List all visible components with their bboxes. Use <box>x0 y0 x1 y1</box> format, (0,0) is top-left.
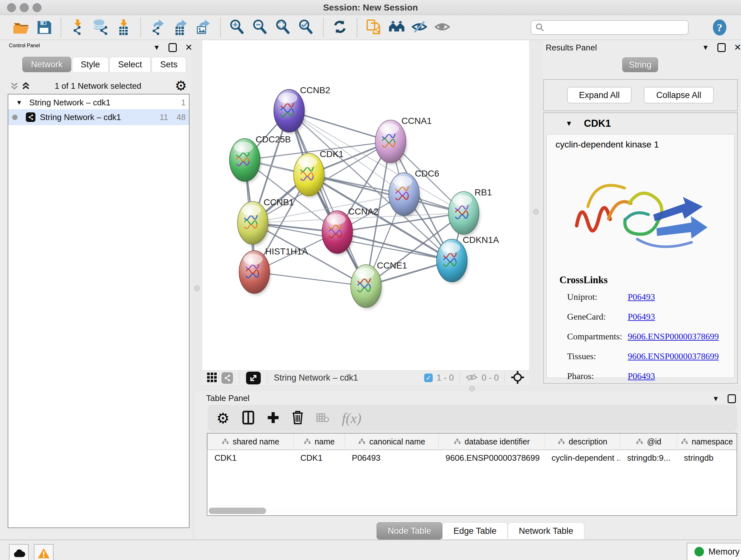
results-collapse-icon[interactable]: ▼ <box>702 44 709 52</box>
save-session-button[interactable] <box>35 18 53 37</box>
column-header-name[interactable]: name <box>293 434 345 449</box>
function-builder-icon[interactable]: f(x) <box>342 410 361 427</box>
scrollbar-thumb[interactable] <box>209 508 266 514</box>
expand-all-button[interactable]: Expand All <box>567 87 631 104</box>
import-table-disabled-icon[interactable] <box>316 413 329 424</box>
crosslink-label: GeneCard: <box>547 312 628 322</box>
column-header-namespace[interactable]: namespace <box>677 434 737 449</box>
crosslink-link[interactable]: 9606.ENSP00000378699 <box>628 351 719 361</box>
network-collection-row[interactable]: ▼ String Network – cdk1 1 <box>8 95 189 109</box>
selected-nodes-checkbox[interactable]: ✓ <box>424 374 433 382</box>
search-input[interactable] <box>545 22 684 33</box>
fit-selected-crosshair-icon[interactable] <box>511 370 525 386</box>
memory-button[interactable]: Memory <box>687 543 741 560</box>
tab-style[interactable]: Style <box>72 57 109 72</box>
column-header-description[interactable]: description <box>545 434 620 449</box>
table-settings-gear-icon[interactable]: ⚙ <box>216 410 229 427</box>
table-cell[interactable]: stringdb:9... <box>620 453 677 463</box>
results-close-icon[interactable]: ✕ <box>734 42 741 53</box>
horizontal-splitter[interactable] <box>202 385 741 391</box>
crosslink-link[interactable]: P06493 <box>628 292 655 302</box>
delete-column-trash-icon[interactable] <box>292 411 304 426</box>
network-canvas[interactable]: CCNB2 CCNA1 CDC25B CDC6 RB1 CDKN1A CCN <box>202 40 529 370</box>
export-image-button[interactable] <box>194 18 213 37</box>
control-panel: Control Panel ▼ ✕ NetworkStyleSelectSets… <box>0 40 192 539</box>
table-horizontal-scrollbar[interactable] <box>209 508 735 515</box>
import-network-database-button[interactable] <box>91 18 110 37</box>
table-row[interactable]: CDK1CDK1P064939606.ENSP00000378699cyclin… <box>207 450 737 465</box>
zoom-in-button[interactable] <box>228 18 247 37</box>
tab-string[interactable]: String <box>622 57 658 72</box>
network-view-share-icon[interactable] <box>221 372 233 384</box>
show-all-button[interactable] <box>434 18 452 37</box>
collapse-panel-icon[interactable]: ▼ <box>153 44 160 52</box>
svg-text:?: ? <box>717 21 722 34</box>
warning-button[interactable] <box>34 544 54 560</box>
crosslink-label: Pharos: <box>547 371 628 381</box>
zoom-selected-button[interactable] <box>297 18 316 37</box>
gene-description: cyclin-dependent kinase 1 <box>547 134 734 150</box>
float-panel-icon[interactable] <box>169 43 177 52</box>
table-collapse-icon[interactable]: ▼ <box>712 395 719 403</box>
table-cell[interactable]: stringdb <box>677 453 737 463</box>
right-splitter[interactable] <box>529 40 542 385</box>
import-table-button[interactable] <box>115 18 133 37</box>
table-cell[interactable]: cyclin-dependent ... <box>544 453 620 463</box>
toolbar-separator <box>61 18 61 37</box>
column-header-database-identifier[interactable]: database identifier <box>439 434 544 449</box>
collection-count: 1 <box>181 98 186 108</box>
node-label-CCNB1: CCNB1 <box>264 197 294 207</box>
table-cell[interactable]: P06493 <box>345 453 439 463</box>
new-network-from-selection-button[interactable] <box>365 18 383 37</box>
crosslink-label: Tissues: <box>547 351 628 361</box>
zoom-out-button[interactable] <box>251 18 270 37</box>
crosslink-row: Uniprot: P06493 <box>547 287 734 307</box>
import-network-button[interactable] <box>69 18 87 37</box>
node-table[interactable]: shared name name canonical name database… <box>207 433 737 516</box>
hide-selected-button[interactable] <box>411 18 429 37</box>
refresh-view-button[interactable] <box>331 18 349 37</box>
crosslink-link[interactable]: P06493 <box>628 371 655 381</box>
gene-section-collapse-icon[interactable]: ▼ <box>565 119 572 128</box>
options-gear-icon[interactable]: ⚙ <box>175 78 187 94</box>
column-header--id[interactable]: @id <box>620 434 677 449</box>
zoom-out-icon <box>252 19 269 36</box>
tab-edge-table[interactable]: Edge Table <box>442 522 508 539</box>
network-graph[interactable]: CCNB2 CCNA1 CDC25B CDC6 RB1 CDKN1A CCN <box>202 40 529 370</box>
tab-select[interactable]: Select <box>110 57 151 72</box>
tab-network[interactable]: Network <box>22 57 71 72</box>
birdseye-view-icon[interactable] <box>246 372 261 384</box>
crosslink-link[interactable]: P06493 <box>628 312 655 322</box>
collapse-all-button[interactable]: Collapse All <box>644 87 714 104</box>
column-tree-icon <box>558 438 565 445</box>
table-float-icon[interactable] <box>728 394 736 403</box>
open-session-button[interactable] <box>12 18 30 37</box>
crosslink-link[interactable]: 9606.ENSP00000378699 <box>628 331 719 341</box>
export-network-button[interactable] <box>148 18 167 37</box>
tab-node-table[interactable]: Node Table <box>377 522 442 540</box>
network-edge-count: 48 <box>177 112 186 122</box>
results-panel: Results Panel ▼ ✕ String Expand All Coll… <box>542 40 741 385</box>
grid-view-icon[interactable] <box>207 372 217 384</box>
create-column-plus-icon[interactable] <box>267 412 279 425</box>
hidden-eye-icon[interactable] <box>466 373 478 383</box>
export-table-button[interactable] <box>172 18 190 37</box>
zoom-fit-button[interactable] <box>274 18 293 37</box>
network-list: ▼ String Network – cdk1 1 String Network… <box>8 94 190 528</box>
tab-network-table[interactable]: Network Table <box>508 522 585 539</box>
network-row[interactable]: String Network – cdk1 11 48 <box>8 109 189 125</box>
table-cell[interactable]: CDK1 <box>207 453 293 463</box>
results-float-icon[interactable] <box>718 43 726 52</box>
crosslinks-title: CrossLinks <box>559 274 608 286</box>
help-button[interactable]: ? <box>711 18 729 37</box>
column-header-shared-name[interactable]: shared name <box>207 434 293 449</box>
show-columns-icon[interactable] <box>242 411 254 426</box>
table-cell[interactable]: 9606.ENSP00000378699 <box>439 453 544 463</box>
column-header-canonical-name[interactable]: canonical name <box>345 434 439 449</box>
table-cell[interactable]: CDK1 <box>293 453 345 463</box>
help-icon: ? <box>711 19 728 36</box>
first-neighbors-button[interactable] <box>388 18 406 37</box>
tab-sets[interactable]: Sets <box>151 57 186 72</box>
cloud-button[interactable] <box>9 544 29 560</box>
collection-expand-icon[interactable]: ▼ <box>16 99 22 106</box>
